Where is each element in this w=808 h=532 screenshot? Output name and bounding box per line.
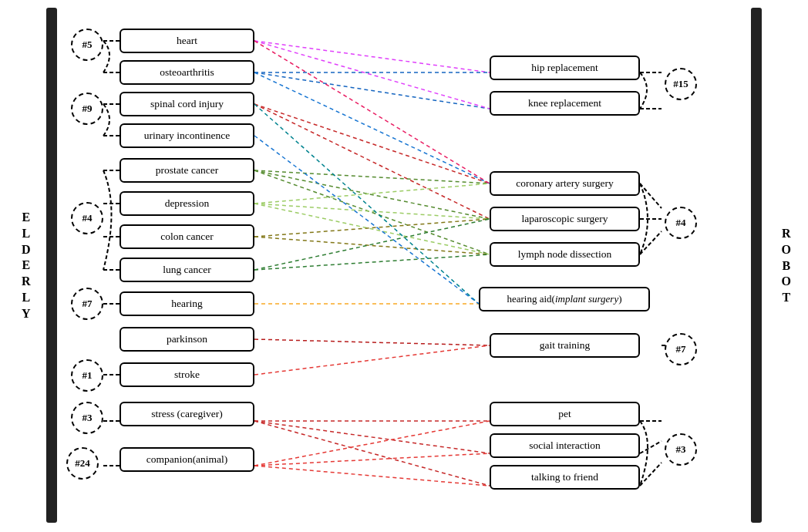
parkinson-box: parkinson <box>120 327 254 352</box>
robot-label: ROBOT <box>782 226 793 306</box>
svg-line-3 <box>254 41 490 109</box>
circle-3-left: #3 <box>71 402 103 434</box>
companion-animal-box: companion(animal) <box>120 447 254 472</box>
urinary-incontinence-box: urinary incontinence <box>120 123 254 148</box>
heart-box: heart <box>120 29 254 53</box>
svg-line-8 <box>254 170 490 254</box>
svg-line-21 <box>254 421 490 453</box>
elderly-label: ELDERLY <box>22 210 32 322</box>
svg-line-15 <box>254 254 490 270</box>
svg-line-24 <box>254 453 490 466</box>
depression-box: depression <box>120 191 254 216</box>
right-bar <box>751 8 762 523</box>
coronary-artery-surgery-box: coronary artery surgery <box>490 171 640 196</box>
knee-replacement-box: knee replacement <box>490 91 640 116</box>
stroke-box: stroke <box>120 362 254 387</box>
svg-line-5 <box>254 104 490 219</box>
circle-7-right: #7 <box>665 333 697 365</box>
lymph-node-dissection-box: lymph node dissection <box>490 242 640 267</box>
svg-line-0 <box>254 41 490 72</box>
svg-line-43 <box>640 184 662 208</box>
svg-line-13 <box>254 237 490 254</box>
svg-line-49 <box>640 463 662 486</box>
svg-line-10 <box>254 204 490 219</box>
circle-4-right: #4 <box>665 207 697 239</box>
svg-line-19 <box>254 345 490 375</box>
hip-replacement-box: hip replacement <box>490 56 640 80</box>
circle-5: #5 <box>71 29 103 61</box>
colon-cancer-box: colon cancer <box>120 224 254 249</box>
svg-line-4 <box>254 104 490 184</box>
svg-line-12 <box>254 219 490 237</box>
svg-line-14 <box>254 219 490 270</box>
svg-line-23 <box>254 421 490 466</box>
prostate-cancer-box: prostate cancer <box>120 158 254 183</box>
lung-cancer-box: lung cancer <box>120 258 254 282</box>
circle-24: #24 <box>66 447 99 480</box>
hearing-aid-box: hearing aid(implant surgery) <box>479 287 650 311</box>
spinal-cord-injury-box: spinal cord injury <box>120 92 254 116</box>
svg-line-11 <box>254 204 490 254</box>
svg-line-48 <box>640 441 662 453</box>
circle-7-left: #7 <box>71 288 103 320</box>
hearing-box: hearing <box>120 291 254 316</box>
social-interaction-box: social interaction <box>490 433 640 458</box>
svg-line-27 <box>254 72 490 184</box>
gait-training-box: gait training <box>490 333 640 358</box>
svg-line-2 <box>254 72 490 109</box>
svg-line-22 <box>254 421 490 486</box>
osteoarthritis-box: osteoarthritis <box>120 60 254 85</box>
svg-line-45 <box>640 231 662 254</box>
circle-15: #15 <box>665 68 697 100</box>
svg-line-17 <box>254 104 479 304</box>
svg-line-7 <box>254 170 490 219</box>
talking-to-friend-box: talking to friend <box>490 465 640 490</box>
stress-caregiver-box: stress (caregiver) <box>120 402 254 426</box>
svg-line-6 <box>254 170 490 184</box>
circle-4-left: #4 <box>71 202 103 234</box>
svg-line-9 <box>254 184 490 204</box>
circle-3-right: #3 <box>665 433 697 466</box>
svg-line-26 <box>254 136 479 304</box>
left-bar <box>46 8 57 523</box>
laparoscopic-surgery-box: laparoscopic surgery <box>490 207 640 231</box>
circle-1: #1 <box>71 359 103 392</box>
pet-box: pet <box>490 402 640 426</box>
main-container: ELDERLY ROBOT <box>0 0 808 532</box>
svg-line-28 <box>254 41 490 184</box>
svg-line-18 <box>254 339 490 345</box>
circle-9: #9 <box>71 93 103 125</box>
svg-line-25 <box>254 466 490 486</box>
